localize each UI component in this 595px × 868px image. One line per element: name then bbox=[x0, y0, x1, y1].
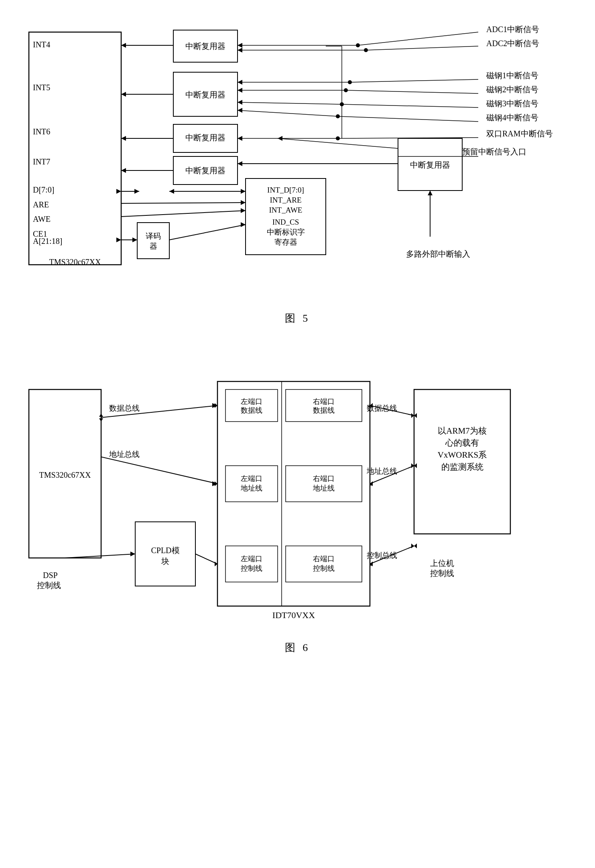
host-label2: 控制线 bbox=[430, 569, 454, 578]
intid-label: 中断标识字 bbox=[266, 228, 305, 236]
indcs-label: IND_CS bbox=[272, 218, 299, 226]
svg-line-16 bbox=[169, 225, 246, 240]
svg-rect-40 bbox=[217, 381, 370, 606]
arrow-mg1 bbox=[238, 80, 242, 85]
host-label1: 上位机 bbox=[430, 559, 454, 568]
arrow-d70-right bbox=[134, 189, 139, 194]
fig6-dsp-label: TMS320c67XX bbox=[39, 471, 91, 479]
arrow-adc1 bbox=[238, 43, 242, 48]
svg-line-24 bbox=[346, 90, 478, 93]
svg-line-55 bbox=[65, 554, 135, 558]
svg-line-22 bbox=[350, 79, 478, 82]
idt-raddr-label2: 地址线 bbox=[313, 484, 335, 492]
int7-label: INT7 bbox=[33, 157, 50, 166]
svg-line-26 bbox=[342, 104, 478, 107]
arrow-cpld bbox=[130, 552, 135, 556]
arrow-mg2 bbox=[238, 88, 242, 93]
arrow-cbr-right1 bbox=[411, 544, 414, 548]
idt-label: IDT70VXX bbox=[272, 610, 315, 620]
fig6-label: 图 6 bbox=[285, 641, 311, 655]
adc2-label: ADC2中断信号 bbox=[486, 39, 539, 48]
arrow-cs bbox=[241, 222, 246, 227]
arrow-awe bbox=[241, 208, 246, 213]
intd-label: INT_D[7:0] bbox=[267, 186, 304, 194]
dpram-label: 双口RAM中断信号 bbox=[486, 129, 553, 138]
intare-label: INT_ARE bbox=[270, 196, 301, 204]
adc1-label: ADC1中断信号 bbox=[486, 25, 539, 34]
svg-rect-46 bbox=[225, 546, 278, 582]
svg-line-29 bbox=[238, 110, 338, 116]
svg-rect-10 bbox=[137, 223, 169, 259]
right-mux-label: 中断复用器 bbox=[410, 160, 450, 169]
mux3-label: 中断复用器 bbox=[185, 133, 225, 142]
decoder-label2: 器 bbox=[149, 242, 157, 250]
arm-label1: 以ARM7为核 bbox=[438, 426, 486, 436]
svg-line-28 bbox=[338, 116, 478, 122]
svg-line-56 bbox=[195, 554, 217, 564]
idt-rctrl-label1: 右端口 bbox=[313, 555, 335, 563]
mux1-label: 中断复用器 bbox=[185, 42, 225, 51]
arm-label3: VxWORKS系 bbox=[437, 450, 487, 460]
cpld-label2: 块 bbox=[161, 557, 169, 566]
arrow-int4 bbox=[121, 43, 126, 48]
arm-label2: 心的载有 bbox=[445, 438, 479, 448]
idt-rctrl-label2: 控制线 bbox=[313, 564, 335, 572]
int5-label: INT5 bbox=[33, 83, 50, 92]
mg3-label: 磁钢3中断信号 bbox=[486, 99, 538, 108]
idt-laddr-label2: 地址线 bbox=[240, 484, 262, 492]
arrow-d70-r1 bbox=[169, 189, 174, 194]
intid2-label: 寄存器 bbox=[274, 238, 297, 246]
svg-line-18 bbox=[358, 32, 478, 45]
mux2-label: 中断复用器 bbox=[185, 90, 225, 99]
arrow-int6 bbox=[121, 136, 126, 141]
mg1-label: 磁钢1中断信号 bbox=[486, 71, 538, 80]
idt-laddr-label1: 左端口 bbox=[241, 475, 262, 483]
svg-line-27 bbox=[238, 102, 342, 104]
dsp-ctrl-label1: DSP bbox=[43, 571, 58, 580]
arrow-mg4 bbox=[238, 108, 242, 113]
svg-line-51 bbox=[101, 457, 217, 484]
arrow-int7 bbox=[121, 168, 126, 173]
mg2-label: 磁钢2中断信号 bbox=[486, 85, 538, 94]
idt-rdata-label1: 右端口 bbox=[313, 397, 335, 406]
arrow-adc2 bbox=[238, 48, 242, 53]
awe-label: AWE bbox=[33, 215, 51, 223]
idt-lctrl-label1: 左端口 bbox=[241, 555, 262, 563]
int6-label: INT6 bbox=[33, 127, 50, 136]
arrow-dpram bbox=[238, 136, 242, 141]
dsp-ctrl-label2: 控制线 bbox=[37, 581, 61, 590]
figure5-diagram: TMS320c67XX INT4 INT5 INT6 INT7 D[7:0] A… bbox=[21, 20, 575, 303]
figure6-svg: TMS320c67XX DSP 控制线 CPLD模 块 IDT70VXX 左端口… bbox=[21, 349, 575, 630]
svg-rect-47 bbox=[286, 546, 362, 582]
are-label: ARE bbox=[33, 200, 49, 209]
arrow-d70-left bbox=[116, 189, 121, 194]
arrow-cbr-right2 bbox=[414, 544, 417, 548]
idt-ldata-label1: 左端口 bbox=[241, 397, 262, 406]
svg-rect-48 bbox=[414, 389, 510, 534]
ctrl-bus-right-label: 控制总线 bbox=[367, 551, 397, 560]
svg-rect-44 bbox=[225, 466, 278, 502]
arrow-mg3 bbox=[238, 100, 242, 105]
figure5-svg: TMS320c67XX INT4 INT5 INT6 INT7 D[7:0] A… bbox=[21, 20, 575, 301]
svg-line-13 bbox=[121, 203, 246, 203]
mg4-label: 磁钢4中断信号 bbox=[486, 113, 538, 122]
int4-label: INT4 bbox=[33, 40, 50, 49]
svg-rect-43 bbox=[286, 389, 362, 422]
mux4-label: 中断复用器 bbox=[185, 166, 225, 175]
idt-lctrl-label2: 控制线 bbox=[241, 564, 262, 572]
reserve-label: 预留中断信号入口 bbox=[462, 147, 526, 156]
a2118-label: A[21:18] bbox=[33, 237, 62, 245]
arrow-ce1-right bbox=[132, 237, 137, 242]
external-label: 多路外部中断输入 bbox=[406, 249, 470, 258]
arrow-int5 bbox=[121, 92, 126, 97]
addr-bus-left-label: 地址总线 bbox=[109, 450, 140, 458]
idt-ldata-label2: 数据线 bbox=[241, 406, 262, 414]
arrow-d70-r2 bbox=[241, 189, 246, 194]
svg-rect-42 bbox=[225, 389, 278, 422]
cpld-label1: CPLD模 bbox=[151, 546, 179, 555]
svg-line-14 bbox=[121, 211, 246, 217]
arrow-are bbox=[241, 200, 246, 205]
arrow-int7-from-mux bbox=[238, 161, 242, 166]
idt-raddr-label1: 右端口 bbox=[313, 475, 335, 483]
idt-rdata-label2: 数据线 bbox=[313, 406, 335, 414]
